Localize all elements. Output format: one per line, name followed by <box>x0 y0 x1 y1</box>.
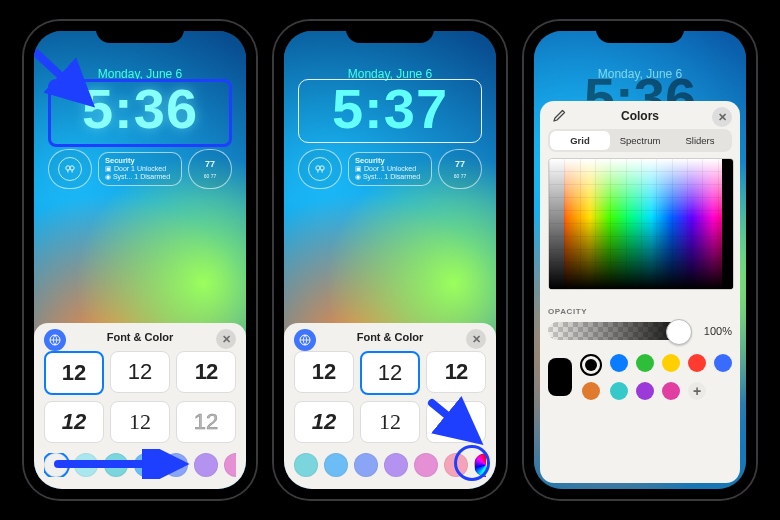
color-swatch[interactable] <box>164 453 188 477</box>
widget-security[interactable]: Security ▣ Door 1 Unlocked ◉ Syst... 1 D… <box>98 152 182 187</box>
font-option-4[interactable]: 12 <box>44 401 104 443</box>
security-title: Security <box>105 157 170 166</box>
phone-3: Monday, June 6 5:36 Colors ✕ Grid Spectr… <box>524 21 756 499</box>
widget-airpods[interactable] <box>48 149 92 189</box>
phone-1: Monday, June 6 5:36 <box>24 21 256 499</box>
color-swatch[interactable] <box>294 453 318 477</box>
font-option-4[interactable]: 12 <box>294 401 354 443</box>
eyedropper-icon[interactable] <box>550 109 566 125</box>
color-swatch[interactable] <box>74 453 98 477</box>
font-and-color-sheet: Font & Color ✕ 12 12 12 12 12 12 <box>34 323 246 489</box>
font-grid: 12 12 12 12 12 12 <box>44 351 236 443</box>
opacity-knob[interactable] <box>666 319 692 345</box>
color-swatch[interactable] <box>134 453 158 477</box>
lockscreen-time[interactable]: 5:36 <box>34 81 246 137</box>
widget-weather[interactable]: 77 60 77 <box>188 149 232 189</box>
color-swatch-row[interactable] <box>44 453 236 477</box>
font-option-6[interactable]: 12 <box>176 401 236 443</box>
color-picker-rainbow-swatch[interactable] <box>474 453 486 477</box>
add-color-button[interactable]: + <box>688 382 706 400</box>
color-swatch[interactable] <box>224 453 236 477</box>
notch <box>346 21 434 43</box>
sheet-title: Font & Color <box>357 331 424 343</box>
notch <box>96 21 184 43</box>
font-option-3[interactable]: 12 <box>176 351 236 393</box>
widget-airpods[interactable] <box>298 149 342 189</box>
font-and-color-sheet: Font & Color ✕ 12 12 12 12 12 12 <box>284 323 496 489</box>
close-icon[interactable]: ✕ <box>712 107 732 127</box>
preset-color[interactable] <box>582 382 600 400</box>
widget-weather[interactable]: 77 60 77 <box>438 149 482 189</box>
segmented-control[interactable]: Grid Spectrum Sliders <box>548 129 732 152</box>
font-option-1[interactable]: 12 <box>44 351 104 395</box>
globe-icon[interactable] <box>294 329 316 351</box>
color-swatch[interactable] <box>44 453 68 477</box>
current-color-swatch[interactable] <box>548 358 572 396</box>
globe-icon[interactable] <box>44 329 66 351</box>
preset-color[interactable] <box>662 354 680 372</box>
close-icon[interactable]: ✕ <box>216 329 236 349</box>
airpods-icon <box>308 157 332 181</box>
lockscreen-time[interactable]: 5:37 <box>284 81 496 137</box>
tab-sliders[interactable]: Sliders <box>670 131 730 150</box>
preset-color[interactable] <box>662 382 680 400</box>
widget-security[interactable]: Security ▣ Door 1 Unlocked ◉ Syst... 1 D… <box>348 152 432 187</box>
font-option-6[interactable]: 12 <box>426 401 486 443</box>
preset-color-selected[interactable] <box>580 354 602 376</box>
widget-row[interactable]: Security ▣ Door 1 Unlocked ◉ Syst... 1 D… <box>298 149 482 189</box>
svg-rect-10 <box>322 170 323 173</box>
preset-color[interactable] <box>688 354 706 372</box>
color-swatch[interactable] <box>354 453 378 477</box>
airpods-icon <box>58 157 82 181</box>
tab-grid[interactable]: Grid <box>550 131 610 150</box>
opacity-value: 100% <box>696 325 732 337</box>
svg-rect-3 <box>67 170 68 173</box>
color-swatch[interactable] <box>444 453 468 477</box>
color-swatch[interactable] <box>384 453 408 477</box>
preset-color[interactable] <box>714 354 732 372</box>
colors-title: Colors <box>621 109 659 123</box>
font-grid: 12 12 12 12 12 12 <box>294 351 486 443</box>
colors-panel: Colors ✕ Grid Spectrum Sliders <box>540 101 740 483</box>
preset-color[interactable] <box>636 354 654 372</box>
swatch-dock: + <box>548 354 732 400</box>
color-grid[interactable] <box>548 158 734 290</box>
color-swatch-row[interactable] <box>294 453 486 477</box>
color-swatch[interactable] <box>104 453 128 477</box>
tab-spectrum[interactable]: Spectrum <box>610 131 670 150</box>
font-option-3[interactable]: 12 <box>426 351 486 393</box>
opacity-slider[interactable] <box>548 322 690 340</box>
color-swatch[interactable] <box>324 453 348 477</box>
color-swatch[interactable] <box>414 453 438 477</box>
font-option-2[interactable]: 12 <box>360 351 420 395</box>
phone-2: Monday, June 6 5:37 Security ▣ Door 1 Un… <box>274 21 506 499</box>
notch <box>596 21 684 43</box>
widget-row[interactable]: Security ▣ Door 1 Unlocked ◉ Syst... 1 D… <box>48 149 232 189</box>
font-option-2[interactable]: 12 <box>110 351 170 393</box>
preset-color[interactable] <box>610 354 628 372</box>
svg-rect-4 <box>72 170 73 173</box>
color-swatch[interactable] <box>194 453 218 477</box>
svg-rect-9 <box>317 170 318 173</box>
font-option-1[interactable]: 12 <box>294 351 354 393</box>
opacity-label: OPACITY <box>548 307 587 316</box>
font-option-5[interactable]: 12 <box>110 401 170 443</box>
font-option-5[interactable]: 12 <box>360 401 420 443</box>
sheet-title: Font & Color <box>107 331 174 343</box>
preset-color[interactable] <box>610 382 628 400</box>
close-icon[interactable]: ✕ <box>466 329 486 349</box>
opacity-section: OPACITY 100% <box>548 300 732 342</box>
preset-color[interactable] <box>636 382 654 400</box>
